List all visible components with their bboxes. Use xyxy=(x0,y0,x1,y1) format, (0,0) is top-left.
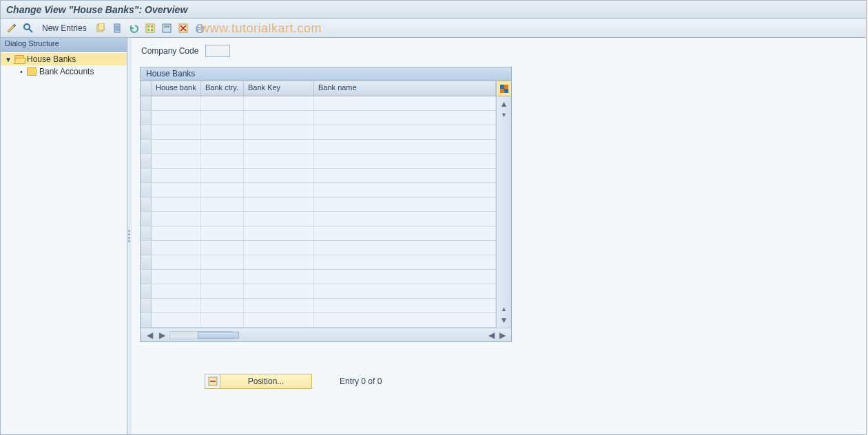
cell-bank-key[interactable] xyxy=(244,270,314,284)
cell-house-bank[interactable] xyxy=(152,212,201,226)
cell-bank-name[interactable] xyxy=(314,241,496,255)
row-selector[interactable] xyxy=(141,198,152,211)
row-selector[interactable] xyxy=(141,226,152,240)
cell-bank-ctry[interactable] xyxy=(201,183,244,197)
cell-house-bank[interactable] xyxy=(152,226,201,240)
table-row[interactable] xyxy=(141,111,496,125)
table-row[interactable] xyxy=(141,198,496,212)
cell-bank-ctry[interactable] xyxy=(201,270,244,284)
table-row[interactable] xyxy=(141,270,496,284)
cell-bank-name[interactable] xyxy=(314,111,496,125)
row-selector[interactable] xyxy=(141,111,152,125)
scroll-down-icon[interactable]: ▼ xyxy=(499,315,509,325)
column-house-bank[interactable]: House bank xyxy=(152,81,201,96)
cell-bank-name[interactable] xyxy=(314,226,496,240)
row-selector[interactable] xyxy=(141,212,152,226)
cell-bank-ctry[interactable] xyxy=(201,111,244,125)
cell-bank-name[interactable] xyxy=(314,284,496,298)
row-selector[interactable] xyxy=(141,284,152,298)
cell-bank-ctry[interactable] xyxy=(201,169,244,182)
row-selector[interactable] xyxy=(141,125,152,139)
row-selector[interactable] xyxy=(141,313,152,327)
scroll-right-icon[interactable]: ▶ xyxy=(497,330,507,340)
cell-bank-ctry[interactable] xyxy=(201,140,244,153)
delete-icon[interactable] xyxy=(110,21,124,35)
row-selector[interactable] xyxy=(141,299,152,312)
cell-bank-name[interactable] xyxy=(314,255,496,269)
column-bank-name[interactable]: Bank name xyxy=(314,81,496,96)
caret-down-icon[interactable]: ▼ xyxy=(5,56,12,63)
cell-house-bank[interactable] xyxy=(152,183,201,197)
cell-bank-ctry[interactable] xyxy=(201,255,244,269)
cell-bank-ctry[interactable] xyxy=(201,226,244,240)
cell-house-bank[interactable] xyxy=(152,313,201,327)
cell-bank-ctry[interactable] xyxy=(201,313,244,327)
cell-bank-key[interactable] xyxy=(244,255,314,269)
cell-bank-key[interactable] xyxy=(244,125,314,139)
hscroll-thumb[interactable] xyxy=(198,332,239,339)
position-button[interactable]: Position... xyxy=(205,374,312,389)
cell-bank-name[interactable] xyxy=(314,313,496,327)
table-row[interactable] xyxy=(141,299,496,313)
tree-node-bank-accounts[interactable]: • Bank Accounts xyxy=(1,65,127,78)
cell-bank-name[interactable] xyxy=(314,198,496,211)
select-all-icon[interactable] xyxy=(143,21,157,35)
table-row[interactable] xyxy=(141,96,496,111)
cell-bank-key[interactable] xyxy=(244,299,314,312)
new-entries-button[interactable]: New Entries xyxy=(38,21,91,35)
table-row[interactable] xyxy=(141,125,496,140)
cell-bank-name[interactable] xyxy=(314,183,496,197)
row-selector[interactable] xyxy=(141,169,152,182)
page-up-icon[interactable]: ▼ xyxy=(499,110,509,120)
row-selector[interactable] xyxy=(141,183,152,197)
table-row[interactable] xyxy=(141,313,496,328)
page-down-icon[interactable]: ▲ xyxy=(499,304,509,314)
cell-house-bank[interactable] xyxy=(152,255,201,269)
column-bank-key[interactable]: Bank Key xyxy=(244,81,314,96)
hscroll-track[interactable] xyxy=(169,331,233,339)
column-bank-ctry[interactable]: Bank ctry. xyxy=(201,81,244,96)
select-all-column[interactable] xyxy=(141,81,152,96)
cell-house-bank[interactable] xyxy=(152,111,201,125)
cell-bank-name[interactable] xyxy=(314,212,496,226)
cell-house-bank[interactable] xyxy=(152,154,201,168)
table-row[interactable] xyxy=(141,169,496,183)
cell-bank-key[interactable] xyxy=(244,140,314,153)
cell-bank-key[interactable] xyxy=(244,226,314,240)
cell-bank-ctry[interactable] xyxy=(201,154,244,168)
cell-bank-key[interactable] xyxy=(244,111,314,125)
select-block-icon[interactable] xyxy=(160,21,174,35)
cell-bank-ctry[interactable] xyxy=(201,125,244,139)
row-selector[interactable] xyxy=(141,154,152,168)
row-selector[interactable] xyxy=(141,140,152,153)
tree-node-house-banks[interactable]: ▼ House Banks xyxy=(1,53,127,65)
cell-house-bank[interactable] xyxy=(152,270,201,284)
cell-house-bank[interactable] xyxy=(152,140,201,153)
cell-bank-key[interactable] xyxy=(244,241,314,255)
cell-house-bank[interactable] xyxy=(152,299,201,312)
deselect-all-icon[interactable] xyxy=(176,21,190,35)
table-row[interactable] xyxy=(141,241,496,255)
table-row[interactable] xyxy=(141,226,496,241)
find-icon[interactable] xyxy=(21,21,35,35)
cell-bank-key[interactable] xyxy=(244,313,314,327)
cell-bank-ctry[interactable] xyxy=(201,198,244,211)
scroll-left-icon[interactable]: ◀ xyxy=(145,330,154,340)
cell-bank-name[interactable] xyxy=(314,96,496,110)
undo-icon[interactable] xyxy=(127,21,141,35)
vertical-scrollbar[interactable]: ▲ ▼ ▲ ▼ xyxy=(496,96,511,328)
cell-bank-ctry[interactable] xyxy=(201,284,244,298)
cell-bank-ctry[interactable] xyxy=(201,299,244,312)
row-selector[interactable] xyxy=(141,270,152,284)
table-row[interactable] xyxy=(141,183,496,198)
cell-bank-ctry[interactable] xyxy=(201,96,244,110)
table-row[interactable] xyxy=(141,255,496,270)
page-right-icon[interactable]: ◀ xyxy=(486,330,496,340)
cell-bank-name[interactable] xyxy=(314,270,496,284)
scroll-up-icon[interactable]: ▲ xyxy=(499,99,509,109)
table-row[interactable] xyxy=(141,284,496,299)
page-left-icon[interactable]: ▶ xyxy=(157,330,167,340)
cell-bank-key[interactable] xyxy=(244,96,314,110)
cell-house-bank[interactable] xyxy=(152,169,201,182)
cell-house-bank[interactable] xyxy=(152,241,201,255)
